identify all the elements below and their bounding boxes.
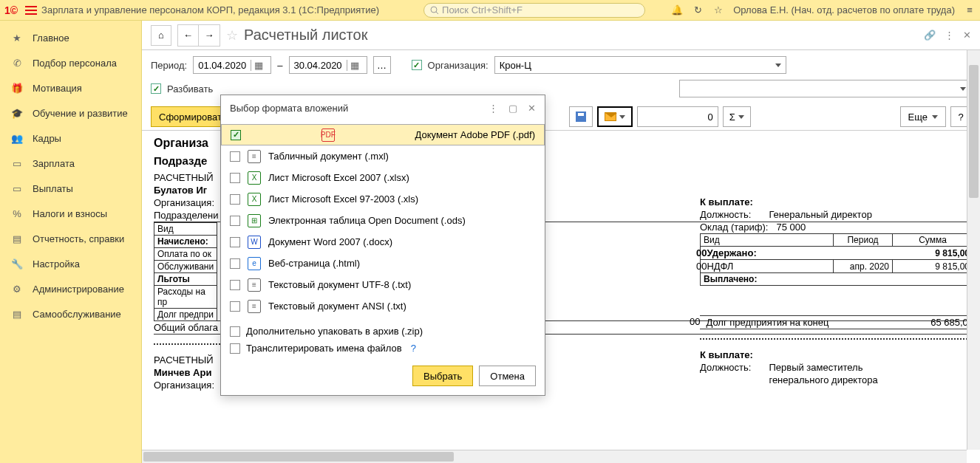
nav-main[interactable]: ★Главное (0, 25, 141, 50)
nav-motivation[interactable]: 🎁Мотивация (0, 75, 141, 100)
format-row[interactable]: ≡Текстовый документ UTF-8 (.txt) (221, 274, 545, 295)
gift-icon: 🎁 (10, 81, 24, 95)
checkbox[interactable] (230, 216, 240, 226)
number-input[interactable] (637, 106, 718, 127)
org-select[interactable]: Крон-Ц (494, 56, 786, 74)
nav-label: Подбор персонала (33, 58, 117, 69)
cancel-button[interactable]: Отмена (479, 366, 536, 386)
search-input[interactable]: Поиск Ctrl+Shift+F (423, 3, 645, 18)
file-icon: ≡ (248, 150, 261, 163)
format-row[interactable]: XЛист Microsoft Excel 97-2003 (.xls) (221, 188, 545, 210)
star-icon: ★ (10, 31, 24, 44)
gear-icon: ⚙ (10, 282, 24, 295)
favorite-icon[interactable]: ☆ (226, 27, 238, 44)
more-button[interactable]: Еще (900, 106, 946, 127)
scroll-thumb[interactable] (143, 452, 454, 462)
more-icon[interactable]: ⋮ (945, 30, 954, 41)
checkbox[interactable] (230, 258, 240, 269)
nav-reports[interactable]: ▤Отчетность, справки (0, 226, 141, 251)
file-icon: PDF (321, 128, 335, 142)
format-row[interactable]: ⊞Электронная таблица Open Document (.ods… (221, 210, 545, 231)
home-button[interactable]: ⌂ (151, 25, 171, 46)
menu-icon[interactable] (25, 4, 37, 17)
checkbox[interactable] (230, 301, 240, 312)
calendar-icon[interactable]: ▦ (251, 60, 266, 71)
nav-payments[interactable]: ▭Выплаты (0, 176, 141, 201)
format-row[interactable]: ✓PDFДокумент Adobe PDF (.pdf) (221, 124, 545, 145)
checkbox[interactable] (230, 151, 240, 162)
mail-button[interactable] (597, 106, 633, 127)
chevron-down-icon (960, 87, 966, 91)
mail-icon (605, 112, 616, 121)
zip-option[interactable]: Дополнительно упаковать в архив (.zip) (230, 326, 536, 337)
checkbox[interactable]: ✓ (231, 130, 241, 140)
star-icon[interactable]: ☆ (712, 4, 724, 16)
scroll-thumb[interactable] (969, 65, 979, 198)
nav-admin[interactable]: ⚙Администрирование (0, 276, 141, 301)
cap-icon: 🎓 (10, 106, 24, 120)
scrollbar-horizontal[interactable] (142, 450, 967, 463)
nav-label: Администрирование (33, 284, 124, 295)
link-icon[interactable]: 🔗 (924, 30, 936, 41)
org-checkbox[interactable]: ✓ (412, 60, 422, 70)
search-icon (430, 6, 439, 15)
nav-self[interactable]: ▤Самообслуживание (0, 301, 141, 326)
nav-recruit[interactable]: ✆Подбор персонала (0, 50, 141, 75)
format-row[interactable]: XЛист Microsoft Excel 2007 (.xlsx) (221, 167, 545, 188)
modal-title: Выбор формата вложений (230, 103, 348, 114)
calc-table: Вид Начислено: Оплата по ок Обслуживани … (154, 222, 217, 321)
checkbox[interactable] (230, 173, 240, 183)
sum-button[interactable]: Σ (723, 106, 751, 127)
period-pick-button[interactable]: … (373, 56, 391, 74)
translit-option[interactable]: Транслитерировать имена файлов? (230, 343, 536, 354)
checkbox[interactable] (230, 194, 240, 205)
nav-label: Налоги и взносы (33, 208, 107, 219)
modal-title-bar: Выбор формата вложений ⋮ ▢ ✕ (221, 95, 545, 121)
back-button[interactable]: ← (178, 25, 199, 46)
format-row[interactable]: WДокумент Word 2007 (.docx) (221, 231, 545, 253)
checkbox[interactable] (230, 237, 240, 247)
people-icon: 👥 (10, 131, 24, 145)
calendar-icon[interactable]: ▦ (347, 60, 362, 71)
file-icon: X (248, 193, 261, 206)
date-from-input[interactable]: 01.04.2020▦ (193, 56, 271, 74)
date-to-input[interactable]: 30.04.2020▦ (289, 56, 367, 74)
format-label: Табличный документ (.mxl) (268, 151, 389, 162)
to-pay: К выплате: (700, 196, 973, 208)
split-checkbox[interactable]: ✓ (151, 83, 161, 94)
nav-label: Зарплата (33, 158, 75, 169)
nav-hr[interactable]: 👥Кадры (0, 126, 141, 151)
forward-button[interactable]: → (199, 25, 220, 46)
file-icon: ≡ (248, 278, 261, 292)
file-icon: e (248, 257, 261, 270)
format-label: Веб-страница (.html) (268, 258, 360, 269)
save-button[interactable] (569, 106, 593, 127)
select-button[interactable]: Выбрать (412, 366, 473, 386)
nav-taxes[interactable]: %Налоги и взносы (0, 201, 141, 226)
nav-salary[interactable]: ▭Зарплата (0, 151, 141, 176)
checkbox[interactable] (230, 343, 240, 354)
close-icon[interactable]: ✕ (963, 30, 971, 41)
extra-select[interactable] (679, 80, 971, 97)
format-row[interactable]: ≡Текстовый документ ANSI (.txt) (221, 295, 545, 317)
scrollbar-vertical[interactable] (967, 50, 980, 450)
chevron-down-icon (932, 115, 938, 119)
settings-icon[interactable]: ≡ (964, 4, 976, 16)
nav-label: Обучение и развитие (33, 108, 128, 119)
history-icon[interactable]: ↻ (692, 4, 704, 16)
modal-close-icon[interactable]: ✕ (528, 103, 536, 114)
modal-more-icon[interactable]: ⋮ (489, 103, 498, 114)
wrench-icon: 🔧 (10, 257, 24, 270)
format-label: Текстовый документ ANSI (.txt) (268, 301, 406, 312)
nav-settings[interactable]: 🔧Настройка (0, 251, 141, 276)
checkbox[interactable] (230, 280, 240, 290)
list-icon: ▤ (10, 307, 24, 320)
format-row[interactable]: ≡Табличный документ (.mxl) (221, 145, 545, 167)
modal-max-icon[interactable]: ▢ (508, 103, 517, 114)
help-icon[interactable]: ? (411, 343, 416, 354)
app-titlebar: 1© Зарплата и управление персоналом КОРП… (0, 0, 980, 21)
bell-icon[interactable]: 🔔 (671, 4, 683, 16)
checkbox[interactable] (230, 326, 240, 337)
nav-training[interactable]: 🎓Обучение и развитие (0, 100, 141, 126)
format-row[interactable]: eВеб-страница (.html) (221, 253, 545, 274)
